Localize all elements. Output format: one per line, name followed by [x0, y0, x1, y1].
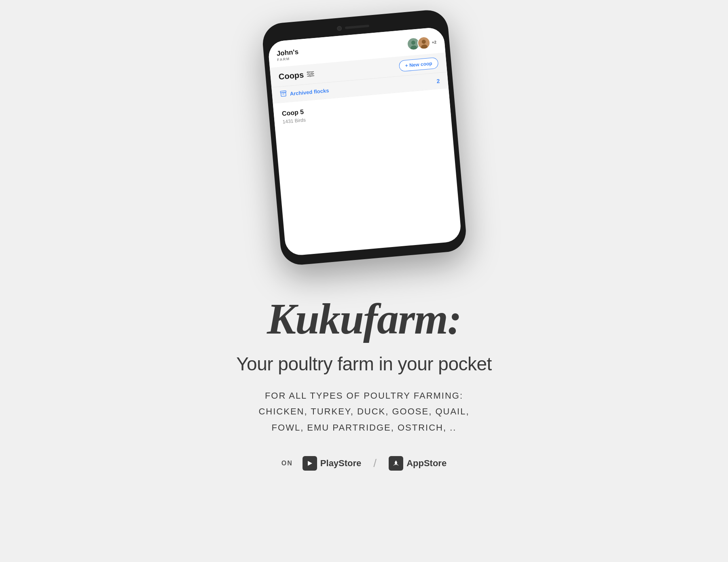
phone-speaker: [345, 25, 369, 29]
archived-left: Archived flocks: [280, 87, 329, 98]
svg-point-10: [311, 73, 313, 74]
phone-screen: John's FARM: [267, 27, 462, 256]
svg-point-11: [309, 75, 311, 77]
poultry-line-3: FOWL, EMU PARTRIDGE, OSTRICH, ..: [272, 423, 457, 433]
phone-camera: [337, 26, 342, 31]
archive-icon[interactable]: [280, 90, 287, 98]
avatars-row: +2: [406, 36, 437, 51]
store-divider: /: [373, 457, 377, 470]
farm-title-group: John's FARM: [276, 48, 299, 62]
playstore-badge[interactable]: PlayStore: [303, 456, 362, 471]
coops-title: Coops: [278, 70, 304, 81]
archived-label[interactable]: Archived flocks: [290, 87, 329, 97]
archived-count: 2: [436, 78, 440, 85]
avatar-2: [417, 36, 431, 50]
appstore-badge[interactable]: AppStore: [389, 456, 447, 471]
playstore-label: PlayStore: [320, 458, 362, 469]
poultry-types: FOR ALL TYPES OF POULTRY FARMING: CHICKE…: [258, 388, 469, 436]
svg-point-9: [307, 71, 309, 73]
phone-mockup: John's FARM: [261, 8, 468, 266]
poultry-line-2: CHICKEN, TURKEY, DUCK, GOOSE, QUAIL,: [258, 406, 469, 416]
new-coop-button[interactable]: + New coop: [399, 57, 439, 72]
coops-title-row: Coops: [278, 69, 315, 82]
poultry-line-1: FOR ALL TYPES OF POULTRY FARMING:: [265, 391, 463, 401]
avatar-extra-count: +2: [432, 40, 436, 44]
tagline: Your poultry farm in your pocket: [236, 353, 492, 375]
filter-icon[interactable]: [307, 71, 314, 77]
store-badges: ON PlayStore / AppStore: [281, 456, 447, 471]
store-on-label: ON: [281, 460, 293, 467]
playstore-icon: [303, 456, 317, 471]
appstore-icon: [389, 456, 403, 471]
phone-section: John's FARM: [0, 12, 728, 263]
app-name: Kukufarm:: [267, 295, 461, 343]
svg-rect-13: [281, 92, 286, 96]
appstore-label: AppStore: [406, 458, 447, 469]
content-section: Kukufarm: Your poultry farm in your pock…: [220, 295, 508, 471]
